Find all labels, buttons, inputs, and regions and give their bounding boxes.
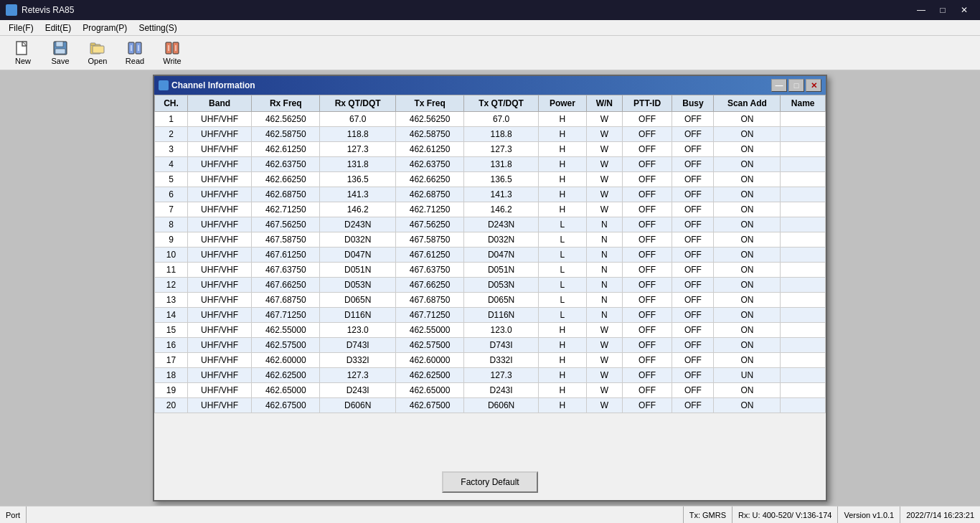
table-cell: UHF/VHF	[188, 157, 252, 172]
table-cell: L	[538, 293, 586, 308]
table-cell: OFF	[622, 278, 672, 293]
table-cell: W	[586, 323, 622, 338]
table-cell: 462.68750	[395, 187, 463, 202]
svg-rect-4	[55, 49, 65, 54]
table-row[interactable]: 17UHF/VHF462.60000D332I462.60000D332IHWO…	[155, 353, 826, 368]
open-icon	[89, 41, 106, 55]
table-cell	[781, 112, 826, 127]
table-row[interactable]: 16UHF/VHF462.57500D743I462.57500D743IHWO…	[155, 338, 826, 353]
table-cell: OFF	[622, 172, 672, 187]
menu-program[interactable]: Program(P)	[77, 22, 133, 34]
table-cell: UHF/VHF	[188, 187, 252, 202]
table-cell: D243N	[320, 217, 395, 232]
menu-setting[interactable]: Setting(S)	[133, 22, 182, 34]
table-cell: OFF	[622, 338, 672, 353]
table-row[interactable]: 12UHF/VHF467.66250D053N467.66250D053NLNO…	[155, 278, 826, 293]
table-cell: 131.8	[464, 157, 539, 172]
col-ch: CH.	[155, 95, 188, 112]
table-cell: D116N	[464, 308, 539, 323]
table-cell: 462.57500	[252, 338, 320, 353]
factory-default-button[interactable]: Factory Default	[442, 471, 537, 493]
close-button[interactable]: ✕	[954, 3, 974, 17]
table-row[interactable]: 5UHF/VHF462.66250136.5462.66250136.5HWOF…	[155, 172, 826, 187]
write-button[interactable]: Write	[155, 39, 189, 67]
table-cell	[781, 172, 826, 187]
table-cell: 462.55000	[252, 323, 320, 338]
table-row[interactable]: 13UHF/VHF467.68750D065N467.68750D065NLNO…	[155, 293, 826, 308]
table-row[interactable]: 6UHF/VHF462.68750141.3462.68750141.3HWOF…	[155, 187, 826, 202]
table-cell: UHF/VHF	[188, 263, 252, 278]
minimize-button[interactable]: —	[911, 3, 931, 17]
table-cell: ON	[714, 248, 781, 263]
table-cell: 467.56250	[395, 217, 463, 232]
table-cell: ON	[714, 383, 781, 398]
menu-bar: File(F) Edit(E) Program(P) Setting(S)	[0, 20, 980, 36]
table-cell: 2	[155, 127, 188, 142]
table-cell: W	[586, 202, 622, 217]
new-icon	[14, 41, 32, 55]
table-cell: 462.63750	[252, 157, 320, 172]
table-cell: OFF	[622, 263, 672, 278]
dialog-controls: — □ ✕	[771, 79, 821, 92]
table-cell: 67.0	[464, 112, 539, 127]
table-cell: OFF	[672, 157, 714, 172]
col-busy: Busy	[672, 95, 714, 112]
table-row[interactable]: 15UHF/VHF462.55000123.0462.55000123.0HWO…	[155, 323, 826, 338]
read-button[interactable]: Read	[118, 39, 152, 67]
table-cell: UHF/VHF	[188, 142, 252, 157]
table-cell: H	[538, 353, 586, 368]
table-row[interactable]: 20UHF/VHF462.67500D606N462.67500D606NHWO…	[155, 398, 826, 413]
table-cell: 462.58750	[395, 127, 463, 142]
table-cell: W	[586, 142, 622, 157]
header-row: CH. Band Rx Freq Rx QT/DQT Tx Freq Tx QT…	[155, 95, 826, 112]
table-cell: D053N	[320, 278, 395, 293]
table-cell: W	[586, 127, 622, 142]
table-cell: 146.2	[464, 202, 539, 217]
table-cell: OFF	[672, 323, 714, 338]
menu-file[interactable]: File(F)	[3, 22, 39, 34]
save-button[interactable]: Save	[43, 39, 77, 67]
dialog-maximize-button[interactable]: □	[788, 79, 804, 92]
table-scroll[interactable]: CH. Band Rx Freq Rx QT/DQT Tx Freq Tx QT…	[154, 95, 826, 464]
table-row[interactable]: 7UHF/VHF462.71250146.2462.71250146.2HWOF…	[155, 202, 826, 217]
table-row[interactable]: 18UHF/VHF462.62500127.3462.62500127.3HWO…	[155, 368, 826, 383]
table-cell: ON	[714, 232, 781, 248]
table-cell: 462.63750	[395, 157, 463, 172]
table-cell: ON	[714, 187, 781, 202]
table-cell: OFF	[672, 278, 714, 293]
new-button[interactable]: New	[6, 39, 40, 67]
table-cell: 467.63750	[252, 263, 320, 278]
status-port-value	[27, 506, 683, 523]
dialog-close-button[interactable]: ✕	[806, 79, 821, 92]
table-cell: N	[586, 248, 622, 263]
main-area: Channel Information — □ ✕ CH. Band Rx Fr…	[0, 70, 980, 506]
table-cell: 462.58750	[252, 127, 320, 142]
table-row[interactable]: 3UHF/VHF462.61250127.3462.61250127.3HWOF…	[155, 142, 826, 157]
table-row[interactable]: 11UHF/VHF467.63750D051N467.63750D051NLNO…	[155, 263, 826, 278]
table-row[interactable]: 10UHF/VHF467.61250D047N467.61250D047NLNO…	[155, 248, 826, 263]
channel-info-dialog: Channel Information — □ ✕ CH. Band Rx Fr…	[153, 75, 827, 501]
menu-edit[interactable]: Edit(E)	[39, 22, 77, 34]
table-row[interactable]: 2UHF/VHF462.58750118.8462.58750118.8HWOF…	[155, 127, 826, 142]
table-cell: 462.65000	[252, 383, 320, 398]
open-button[interactable]: Open	[80, 39, 115, 67]
table-row[interactable]: 1UHF/VHF462.5625067.0462.5625067.0HWOFFO…	[155, 112, 826, 127]
maximize-button[interactable]: □	[933, 3, 953, 17]
table-cell: 462.55000	[395, 323, 463, 338]
table-cell: 462.62500	[252, 368, 320, 383]
table-cell: OFF	[672, 217, 714, 232]
table-cell: OFF	[622, 293, 672, 308]
table-cell: 467.71250	[252, 308, 320, 323]
table-cell	[781, 127, 826, 142]
table-cell: OFF	[622, 323, 672, 338]
table-row[interactable]: 4UHF/VHF462.63750131.8462.63750131.8HWOF…	[155, 157, 826, 172]
table-row[interactable]: 14UHF/VHF467.71250D116N467.71250D116NLNO…	[155, 308, 826, 323]
table-row[interactable]: 9UHF/VHF467.58750D032N467.58750D032NLNOF…	[155, 232, 826, 248]
table-row[interactable]: 19UHF/VHF462.65000D243I462.65000D243IHWO…	[155, 383, 826, 398]
table-cell: 3	[155, 142, 188, 157]
table-cell: D032N	[320, 232, 395, 248]
dialog-minimize-button[interactable]: —	[771, 79, 787, 92]
table-row[interactable]: 8UHF/VHF467.56250D243N467.56250D243NLNOF…	[155, 217, 826, 232]
table-cell: OFF	[622, 353, 672, 368]
table-cell: 20	[155, 398, 188, 413]
